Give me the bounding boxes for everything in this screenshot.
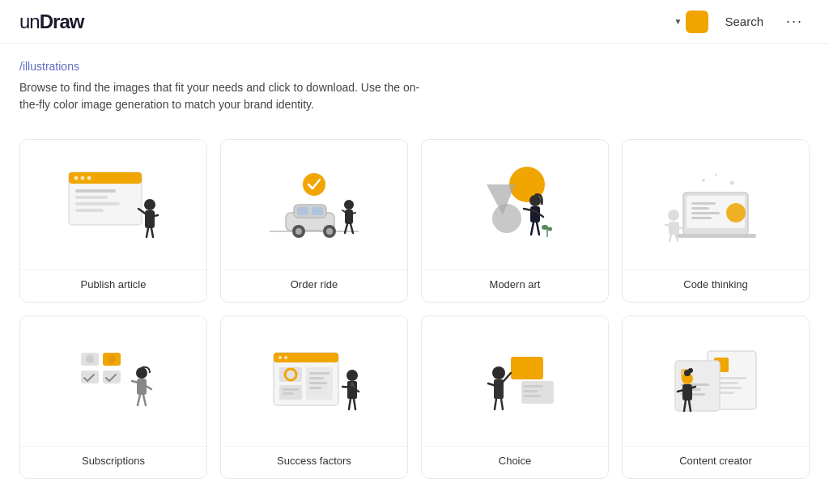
svg-line-103 (495, 399, 496, 409)
svg-point-9 (144, 199, 155, 210)
svg-rect-79 (283, 388, 299, 391)
svg-line-39 (537, 222, 539, 235)
svg-rect-7 (75, 202, 120, 205)
more-options-button[interactable]: ··· (780, 10, 810, 33)
svg-rect-73 (274, 353, 338, 362)
header: unDraw ▼ Search ··· (0, 0, 829, 44)
logo-un: un (19, 11, 40, 32)
header-right: ▼ Search ··· (673, 10, 810, 33)
svg-point-3 (81, 176, 85, 180)
svg-point-63 (108, 355, 116, 363)
svg-point-50 (726, 203, 746, 222)
svg-rect-65 (103, 371, 121, 383)
card-label-subscriptions: Subscriptions (20, 446, 206, 478)
illustration-card-modern-art[interactable]: Modern art (421, 139, 609, 303)
svg-line-38 (531, 222, 534, 235)
svg-point-59 (730, 181, 734, 185)
svg-rect-1 (69, 172, 142, 184)
card-label-choice: Choice (422, 446, 608, 478)
logo-draw: Draw (40, 11, 84, 32)
svg-rect-97 (523, 390, 538, 392)
logo[interactable]: unDraw (19, 11, 83, 33)
svg-rect-5 (75, 189, 116, 193)
search-button[interactable]: Search (718, 11, 770, 32)
svg-point-24 (303, 173, 325, 196)
svg-rect-19 (312, 207, 323, 215)
svg-line-93 (354, 399, 355, 409)
illustration-card-success-factors[interactable]: Success factors (220, 316, 408, 479)
svg-rect-98 (523, 395, 541, 397)
page-header: /illustrations Browse to find the images… (0, 44, 829, 120)
svg-rect-64 (81, 371, 99, 383)
svg-rect-82 (309, 372, 329, 375)
breadcrumb: /illustrations (19, 60, 810, 73)
svg-rect-6 (75, 196, 108, 199)
card-image-modern-art (422, 140, 608, 269)
card-image-order-ride (221, 140, 407, 269)
illustration-card-subscriptions[interactable]: Subscriptions (19, 316, 207, 479)
card-label-order-ride: Order ride (221, 269, 407, 302)
illustration-card-publish-article[interactable]: Publish article (19, 139, 207, 303)
color-swatch[interactable] (686, 11, 708, 33)
svg-rect-84 (309, 382, 327, 384)
card-label-success-factors: Success factors (221, 446, 407, 478)
card-label-content-creator: Content creator (623, 446, 809, 478)
svg-rect-18 (297, 207, 308, 215)
svg-line-104 (501, 399, 503, 409)
color-dropdown-arrow[interactable]: ▼ (673, 17, 682, 27)
svg-point-61 (86, 355, 94, 363)
svg-point-118 (688, 368, 693, 373)
card-image-publish-article (20, 140, 206, 269)
svg-rect-83 (309, 377, 324, 379)
svg-point-58 (715, 174, 717, 176)
svg-point-23 (326, 228, 333, 235)
svg-rect-96 (523, 385, 543, 388)
svg-point-66 (136, 367, 147, 379)
svg-point-74 (278, 356, 282, 359)
card-image-content-creator (623, 316, 809, 446)
svg-point-51 (668, 210, 679, 221)
svg-point-42 (547, 227, 552, 231)
illustration-card-choice[interactable]: Choice (421, 316, 609, 479)
illustration-card-content-creator[interactable]: Content creator (622, 316, 810, 479)
svg-line-92 (349, 399, 351, 409)
svg-line-14 (151, 228, 153, 237)
card-label-modern-art: Modern art (422, 269, 608, 302)
page-description: Browse to find the images that fit your … (19, 79, 424, 113)
svg-rect-46 (691, 207, 709, 210)
svg-rect-94 (511, 357, 543, 379)
svg-line-90 (342, 387, 352, 388)
card-image-subscriptions (20, 316, 206, 446)
svg-point-32 (492, 204, 521, 233)
svg-line-71 (143, 395, 146, 405)
svg-point-4 (87, 176, 91, 180)
svg-rect-45 (691, 202, 716, 205)
svg-point-34 (529, 195, 541, 206)
card-label-publish-article: Publish article (20, 269, 206, 302)
svg-point-41 (542, 225, 548, 230)
svg-rect-119 (682, 384, 692, 400)
svg-point-86 (346, 370, 358, 381)
illustration-card-order-ride[interactable]: Order ride (220, 139, 408, 303)
card-label-code-thinking: Code thinking (623, 269, 809, 302)
svg-rect-67 (137, 379, 147, 395)
svg-rect-80 (283, 392, 294, 395)
svg-point-57 (702, 179, 705, 182)
svg-line-70 (138, 395, 140, 405)
card-image-code-thinking (623, 140, 809, 269)
illustrations-grid: Publish article (0, 120, 829, 498)
svg-rect-47 (691, 212, 720, 214)
illustration-card-code-thinking[interactable]: Code thinking (622, 139, 810, 303)
svg-rect-8 (75, 209, 104, 212)
card-image-success-factors (221, 316, 407, 446)
svg-rect-10 (145, 210, 155, 228)
svg-rect-49 (675, 234, 756, 238)
svg-point-25 (344, 200, 354, 210)
svg-line-55 (670, 235, 671, 241)
svg-rect-85 (309, 387, 321, 389)
svg-line-13 (147, 228, 148, 237)
svg-point-21 (295, 228, 302, 235)
card-image-choice (422, 316, 608, 446)
color-picker-wrapper: ▼ (673, 11, 708, 33)
svg-rect-48 (691, 217, 712, 219)
